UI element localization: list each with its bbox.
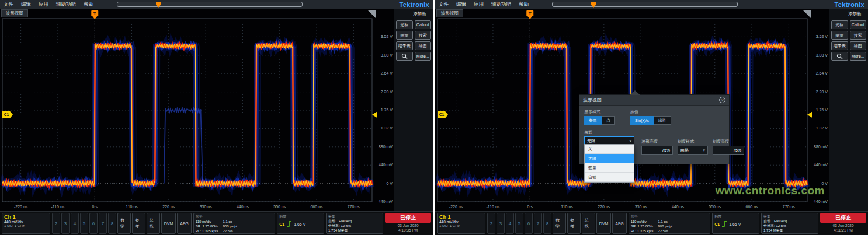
acquisition-badge[interactable]: 采集 自动 FastAcq 分辨率: 12 bits 1.754 M采集: [761, 213, 818, 234]
display-style-vector-button[interactable]: 矢量: [584, 116, 602, 125]
bus-button[interactable]: 总线: [147, 213, 160, 234]
search-button[interactable]: 搜索: [415, 31, 432, 40]
plot-button[interactable]: 绘图: [415, 41, 432, 50]
channel-1-badge[interactable]: Ch 1 440 mV/div 1 MΩ 1 GHz: [437, 213, 485, 234]
channel-1-badge[interactable]: Ch 1 440 mV/div 1 MΩ 1 GHz: [2, 213, 50, 234]
oscilloscope-panel-left: 文件 编辑 应用 辅助功能 帮助 Tektronix 波形视图 3.52 V3.…: [0, 0, 433, 235]
watermark: www.cntronics.com: [716, 184, 825, 197]
afg-button[interactable]: AFG: [612, 213, 626, 234]
menu-accessibility[interactable]: 辅助功能: [56, 1, 76, 8]
channel-8-button[interactable]: 8: [543, 213, 551, 234]
more-button[interactable]: More...: [415, 52, 432, 61]
persistence-option-off[interactable]: 关: [585, 145, 634, 154]
menu-apps[interactable]: 应用: [39, 1, 48, 8]
zoom-corner-flag[interactable]: [368, 10, 376, 18]
menu-file[interactable]: 文件: [439, 1, 449, 8]
trigger-badge[interactable]: 触发 C1 1.65 V: [712, 213, 759, 234]
horizontal-badge[interactable]: 水平 110 ns/div SR: 1.25 GS/s RL: 1.375 kp…: [193, 213, 275, 234]
svg-text:1.32 V: 1.32 V: [816, 126, 828, 130]
channel-8-button[interactable]: 8: [108, 213, 116, 234]
channel-6-button[interactable]: 6: [525, 213, 533, 234]
zoom-corner-flag[interactable]: [803, 10, 811, 18]
channel-7-button[interactable]: 7: [534, 213, 542, 234]
interpolation-sinx-button[interactable]: Sin(x)/x: [630, 116, 654, 125]
menu-apps[interactable]: 应用: [474, 1, 484, 8]
graticule-style-dropdown[interactable]: 网格 ▾: [678, 146, 708, 155]
channel-7-button[interactable]: 7: [99, 213, 107, 234]
channel-2-button[interactable]: 2: [487, 213, 495, 234]
chevron-down-icon: ▾: [629, 139, 631, 143]
cursors-button[interactable]: 光标: [831, 20, 848, 29]
svg-text:1.76 V: 1.76 V: [381, 108, 393, 112]
menu-accessibility[interactable]: 辅助功能: [491, 1, 511, 8]
record-view-trigger-marker[interactable]: [591, 2, 596, 8]
dvm-button[interactable]: DVM: [596, 213, 612, 234]
ref-button[interactable]: 参考: [132, 213, 145, 234]
persistence-option-infinite[interactable]: 无限: [585, 154, 634, 163]
right-toolbar: 添加新... 光标 Callout 测量 搜索 结果表 绘图 More...: [829, 9, 868, 211]
waveform-view[interactable]: 波形视图 3.52 V3.08 V2.64 V2.20 V1.76 V1.32 …: [0, 9, 394, 211]
menu-help[interactable]: 帮助: [84, 1, 93, 8]
waveform-view-tab[interactable]: 波形视图: [1, 9, 28, 17]
math-button[interactable]: 数学: [117, 213, 131, 234]
trigger-badge[interactable]: 触发 C1 1.65 V: [277, 213, 324, 234]
horizontal-badge[interactable]: 水平 110 ns/div SR: 1.25 GS/s RL: 1.375 kp…: [629, 213, 710, 234]
interpolation-linear-button[interactable]: 线性: [654, 116, 671, 125]
channel-5-button[interactable]: 5: [515, 213, 523, 234]
waveform-view-dialog: 波形视图 ? 显示样式 矢量 点 插值: [579, 94, 730, 164]
afg-button[interactable]: AFG: [177, 213, 191, 234]
stopped-button[interactable]: 已停止: [385, 213, 431, 223]
search-button[interactable]: 搜索: [850, 31, 867, 40]
display-style-dots-button[interactable]: 点: [602, 116, 615, 125]
record-view-bar[interactable]: [117, 2, 303, 7]
sample-interval: 800 ps/pt: [223, 224, 237, 229]
callout-button[interactable]: Callout: [850, 20, 867, 29]
callout-button[interactable]: Callout: [415, 20, 432, 29]
channel-4-button[interactable]: 4: [506, 213, 514, 234]
more-button[interactable]: More...: [850, 52, 867, 61]
svg-text:550 ns: 550 ns: [273, 205, 286, 209]
channel-2-button[interactable]: 2: [52, 213, 60, 234]
ref-button[interactable]: 参考: [567, 213, 581, 234]
waveform-view[interactable]: 波形视图 3.52 V3.08 V2.64 V2.20 V1.76 V1.32 …: [435, 9, 829, 211]
cursors-button[interactable]: 光标: [396, 20, 413, 29]
zoom-box-icon[interactable]: [831, 52, 848, 61]
menu-edit[interactable]: 编辑: [21, 1, 31, 8]
math-button[interactable]: 数学: [553, 213, 566, 234]
channel-4-button[interactable]: 4: [71, 213, 79, 234]
persistence-option-auto[interactable]: 自动: [585, 173, 634, 182]
plot-button[interactable]: 绘图: [850, 41, 867, 50]
zoom-box-icon[interactable]: [396, 52, 413, 61]
horizontal-scale: 110 ns/div: [631, 219, 654, 224]
stopped-button[interactable]: 已停止: [820, 213, 866, 223]
horizontal-title: 水平: [631, 214, 708, 219]
waveform-plot[interactable]: 3.52 V3.08 V2.64 V2.20 V1.76 V1.32 V880 …: [0, 9, 394, 211]
clock-date: 03 Jun 2020: [833, 223, 854, 228]
menu-edit[interactable]: 编辑: [456, 1, 466, 8]
persistence-option-variable[interactable]: 变量: [585, 163, 634, 173]
menu-file[interactable]: 文件: [4, 1, 13, 8]
fastacq-label: FastAcq: [339, 219, 352, 224]
add-new-button[interactable]: 添加新...: [831, 10, 866, 19]
record-view-bar[interactable]: [552, 2, 738, 7]
measure-button[interactable]: 测量: [396, 31, 413, 40]
channel-6-button[interactable]: 6: [89, 213, 98, 234]
menu-help[interactable]: 帮助: [519, 1, 529, 8]
results-table-button[interactable]: 结果表: [831, 41, 848, 50]
dvm-button[interactable]: DVM: [161, 213, 176, 234]
help-icon[interactable]: ?: [719, 97, 725, 103]
graticule-intensity-input[interactable]: 75%: [713, 146, 744, 155]
channel-3-button[interactable]: 3: [61, 213, 70, 234]
record-view-trigger-marker[interactable]: [156, 2, 161, 8]
channel-bandwidth: 1 GHz: [15, 224, 25, 227]
results-table-button[interactable]: 结果表: [396, 41, 413, 50]
bus-button[interactable]: 总线: [582, 213, 595, 234]
acquisition-badge[interactable]: 采集 自动 FastAcq 分辨率: 12 bits 1.754 M采集: [326, 213, 383, 234]
measure-button[interactable]: 测量: [831, 31, 848, 40]
waveform-intensity-input[interactable]: 75%: [641, 146, 673, 155]
persistence-label: 余辉: [584, 129, 724, 135]
add-new-button[interactable]: 添加新...: [396, 10, 431, 19]
channel-3-button[interactable]: 3: [497, 213, 505, 234]
channel-5-button[interactable]: 5: [80, 213, 88, 234]
waveform-view-tab[interactable]: 波形视图: [436, 9, 463, 17]
